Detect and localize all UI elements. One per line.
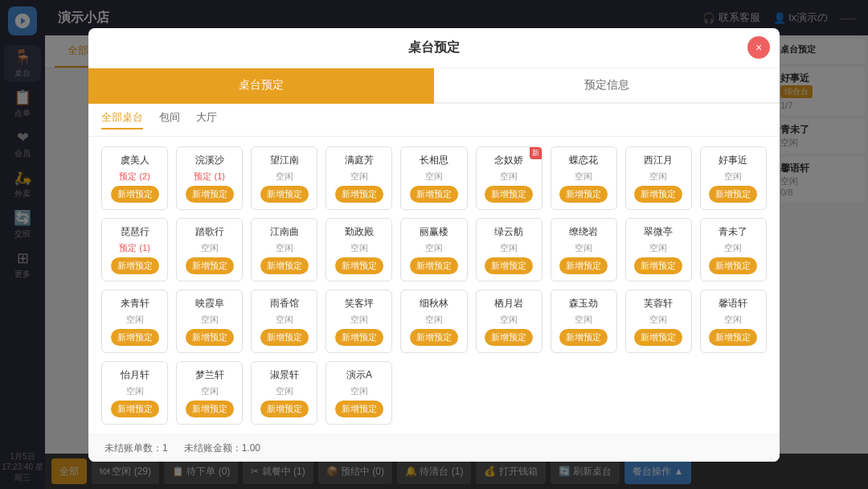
modal-tab-reservation[interactable]: 桌台预定 [88,68,434,104]
table-card-status: 空闲 [201,385,219,397]
table-card-add-reservation-btn[interactable]: 新增预定 [335,401,383,417]
table-card-add-reservation-btn[interactable]: 新增预定 [485,186,533,203]
table-card-status: 空闲 [425,314,443,326]
table-card-name: 绿云舫 [494,225,523,239]
table-card-add-reservation-btn[interactable]: 新增预定 [186,257,234,274]
table-card-add-reservation-btn[interactable]: 新增预定 [410,257,458,274]
table-card: 浣溪沙预定 (1)新增预定 [176,146,243,210]
table-card-add-reservation-btn[interactable]: 新增预定 [111,329,159,346]
table-card-add-reservation-btn[interactable]: 新增预定 [634,329,682,346]
table-card-add-reservation-btn[interactable]: 新增预定 [485,329,533,346]
table-card-status: 空闲 [575,314,592,326]
table-card: 西江月空闲新增预定 [625,146,692,210]
table-card-add-reservation-btn[interactable]: 新增预定 [186,329,234,346]
table-card-name: 琵琶行 [121,225,149,239]
table-card-add-reservation-btn[interactable]: 新增预定 [559,329,608,346]
table-card: 蝶恋花空闲新增预定 [551,146,617,210]
table-card-add-reservation-btn[interactable]: 新增预定 [260,401,309,417]
table-card-status: 空闲 [575,171,592,183]
table-card: 来青轩空闲新增预定 [101,290,168,353]
table-card-add-reservation-btn[interactable]: 新增预定 [410,329,458,346]
table-card-name: 蝶恋花 [569,154,598,167]
modal-overlay: 桌台预定 × 桌台预定 预定信息 全部桌台 包间 大厅 虞美人预定 (2)新增预… [0,0,868,489]
table-card-name: 演示A [346,368,372,382]
table-card-add-reservation-btn[interactable]: 新增预定 [335,257,383,274]
table-card-name: 江南曲 [270,225,299,239]
table-card-status: 空闲 [500,242,518,254]
table-card-status: 空闲 [276,314,293,326]
table-card-status: 预定 (1) [194,171,225,183]
table-card-name: 来青轩 [121,297,149,310]
table-card: 淑景轩空闲新增预定 [251,361,317,425]
table-card-name: 细秋林 [420,297,448,310]
table-card-add-reservation-btn[interactable]: 新增预定 [335,329,383,346]
table-card-status: 空闲 [350,314,368,326]
table-card-name: 满庭芳 [345,154,374,167]
modal-close-btn[interactable]: × [747,36,770,59]
table-card-status: 空闲 [126,385,144,397]
table-card-name: 念奴娇 [494,154,523,167]
table-card-add-reservation-btn[interactable]: 新增预定 [485,257,533,274]
table-card-add-reservation-btn[interactable]: 新增预定 [410,186,458,203]
modal-table-cards: 虞美人预定 (2)新增预定浣溪沙预定 (1)新增预定望江南空闲新增预定满庭芳空闲… [88,137,780,434]
table-card: 新念奴娇空闲新增预定 [476,146,542,210]
table-card: 缭绕岩空闲新增预定 [551,218,617,281]
table-card: 梦兰轩空闲新增预定 [176,361,243,425]
table-card: 栖月岩空闲新增预定 [476,290,542,353]
table-card-add-reservation-btn[interactable]: 新增预定 [559,186,608,203]
table-card-name: 雨香馆 [270,297,299,310]
table-card: 琵琶行预定 (1)新增预定 [101,218,168,281]
table-card-add-reservation-btn[interactable]: 新增预定 [186,186,234,203]
table-card-add-reservation-btn[interactable]: 新增预定 [559,257,608,274]
table-card-add-reservation-btn[interactable]: 新增预定 [634,257,682,274]
table-card-status: 空闲 [724,314,742,326]
table-card-status: 空闲 [276,171,293,183]
sub-tab-bar: 全部桌台 包间 大厅 [88,104,780,137]
table-card: 江南曲空闲新增预定 [251,218,317,281]
table-card: 森玉劲空闲新增预定 [551,290,617,353]
table-card-add-reservation-btn[interactable]: 新增预定 [709,257,757,274]
table-card-name: 梦兰轩 [195,368,224,382]
table-card-status: 空闲 [350,242,368,254]
sub-tab-all[interactable]: 全部桌台 [101,110,143,129]
table-card: 绿云舫空闲新增预定 [476,218,542,281]
table-card-add-reservation-btn[interactable]: 新增预定 [260,329,309,346]
table-card: 踏歌行空闲新增预定 [176,218,243,281]
table-card-add-reservation-btn[interactable]: 新增预定 [111,401,159,417]
table-card: 青未了空闲新增预定 [700,218,767,281]
table-card-name: 怡月轩 [121,368,149,382]
table-card-status: 空闲 [425,171,443,183]
table-card-name: 森玉劲 [569,297,598,310]
table-card: 细秋林空闲新增预定 [400,290,467,353]
table-card-add-reservation-btn[interactable]: 新增预定 [186,401,234,417]
table-card-status: 空闲 [126,314,144,326]
table-card-add-reservation-btn[interactable]: 新增预定 [111,186,159,203]
table-card-name: 望江南 [270,154,299,167]
table-card-status: 空闲 [575,242,592,254]
table-card-add-reservation-btn[interactable]: 新增预定 [634,186,682,203]
table-card-name: 笑客坪 [345,297,374,310]
table-card-status: 空闲 [276,385,293,397]
sub-tab-private[interactable]: 包间 [159,110,180,129]
table-card-name: 映霞阜 [195,297,224,310]
table-card: 馨语轩空闲新增预定 [700,290,767,353]
table-card-add-reservation-btn[interactable]: 新增预定 [709,329,757,346]
table-card-status: 空闲 [649,314,667,326]
table-card-add-reservation-btn[interactable]: 新增预定 [260,257,309,274]
table-card-name: 丽赢楼 [420,225,448,239]
table-card-name: 翠微亭 [644,225,673,239]
table-card-add-reservation-btn[interactable]: 新增预定 [335,186,383,203]
pending-orders-count: 未结账单数：1 [104,442,168,455]
table-card-status: 空闲 [276,242,293,254]
modal-tab-info[interactable]: 预定信息 [434,68,780,104]
table-card-add-reservation-btn[interactable]: 新增预定 [709,186,757,203]
sub-tab-hall[interactable]: 大厅 [196,110,217,129]
table-card-add-reservation-btn[interactable]: 新增预定 [260,186,309,203]
modal-title: 桌台预定 [408,40,460,54]
table-card: 好事近空闲新增预定 [700,146,767,210]
table-card-name: 长相思 [420,154,448,167]
table-card-status: 预定 (1) [119,242,150,254]
table-card-name: 虞美人 [121,154,149,167]
table-card-status: 空闲 [425,242,443,254]
table-card-add-reservation-btn[interactable]: 新增预定 [111,257,159,274]
